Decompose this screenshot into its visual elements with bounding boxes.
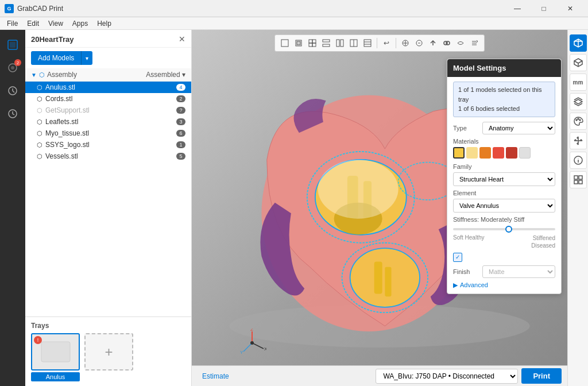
print-button[interactable]: Print [521, 368, 562, 384]
menu-view[interactable]: View [44, 18, 68, 29]
ms-advanced-row[interactable]: ▶ Advanced [453, 281, 555, 289]
window-controls: — □ ✕ [504, 0, 583, 17]
add-models-dropdown-button[interactable]: ▾ [81, 51, 92, 65]
svg-rect-20 [364, 40, 371, 47]
maximize-button[interactable]: □ [531, 0, 557, 17]
file-icon: ⬡ [37, 141, 42, 149]
rs-btn-info[interactable] [570, 152, 587, 169]
file-item[interactable]: ⬡ GetSupport.stl ? [25, 105, 191, 116]
rs-btn-3d-cube[interactable] [570, 34, 587, 52]
add-models-button[interactable]: Add Models [31, 51, 81, 65]
models-badge: 2 [14, 59, 21, 66]
ms-info-line2: 1 of 6 bodies selected [458, 104, 550, 114]
toolbar-btn-13[interactable] [468, 37, 481, 49]
assembly-header: ▼ ⬡ Assembly Assembled ▾ [25, 68, 191, 82]
rs-btn-layers[interactable] [570, 93, 587, 110]
toolbar-btn-3[interactable] [306, 37, 319, 49]
menu-file[interactable]: File [2, 18, 22, 29]
toolbar-separator-2 [396, 38, 396, 48]
rs-btn-move[interactable] [570, 132, 587, 149]
assembly-toggle-icon[interactable]: ▼ [31, 72, 37, 78]
file-name: Myo_tissue.stl [45, 129, 89, 137]
tray-item-anulus[interactable]: ! Anulus [31, 333, 80, 381]
toolbar-btn-5[interactable] [334, 37, 346, 49]
ms-material-3[interactable] [479, 147, 491, 159]
file-name-row: ⬡ Leaflets.stl [37, 118, 78, 126]
toolbar-btn-8[interactable] [399, 37, 412, 49]
file-name-row: ⬡ Vessels.stl [37, 152, 78, 160]
panel-close-button[interactable]: ✕ [179, 34, 185, 44]
ms-material-1[interactable] [453, 147, 465, 159]
minimize-button[interactable]: — [504, 0, 531, 17]
menu-edit[interactable]: Edit [22, 18, 44, 29]
rs-btn-mm[interactable]: mm [570, 74, 587, 91]
file-item[interactable]: ⬡ Cords.stl 2 [25, 93, 191, 105]
assembly-icon: ⬡ [39, 71, 45, 79]
ms-info-line1: 1 of 1 models selected on this tray [458, 85, 550, 104]
file-item[interactable]: ⬡ Vessels.stl 5 [25, 150, 191, 162]
toolbar-btn-4[interactable] [320, 37, 332, 49]
toolbar-separator-1 [377, 38, 377, 48]
toolbar-btn-9[interactable] [413, 37, 425, 49]
toolbar-btn-1[interactable] [278, 37, 291, 49]
toolbar-btn-10[interactable] [427, 37, 439, 49]
file-badge: 4 [176, 84, 185, 91]
svg-rect-7 [281, 40, 288, 47]
file-item[interactable]: ⬡ Myo_tissue.stl 6 [25, 128, 191, 139]
ms-slider-labels: Soft Healthy Stiffened Diseased [453, 234, 555, 249]
sidebar-models-icon[interactable]: 2 [2, 57, 23, 78]
toolbar-btn-12[interactable] [454, 37, 467, 49]
ms-stiffness-label: Stiffness: Moderately Stiff [453, 216, 555, 223]
ms-material-2[interactable] [466, 147, 478, 159]
file-icon: ⬡ [37, 95, 42, 103]
menu-apps[interactable]: Apps [68, 18, 92, 29]
ms-checkbox[interactable]: ✓ [453, 253, 462, 262]
toolbar-btn-11[interactable] [440, 37, 453, 49]
ms-materials-row [453, 147, 555, 159]
file-badge: 3 [176, 118, 185, 125]
svg-rect-67 [579, 180, 582, 184]
ms-type-select[interactable]: Anatomy Support Model [482, 122, 555, 134]
file-name: SSYS_logo.stl [45, 141, 90, 149]
tray-item-add[interactable]: + [84, 333, 133, 381]
ms-finish-label: Finish [453, 268, 479, 275]
ms-stiffness-slider[interactable] [453, 224, 555, 232]
ms-finish-select[interactable]: Matte Glossy [482, 265, 555, 278]
file-name: GetSupport.stl [45, 106, 90, 114]
sidebar-clock-icon[interactable] [2, 103, 23, 124]
svg-rect-11 [312, 40, 316, 43]
sidebar-history-icon[interactable] [2, 80, 23, 101]
ms-element-select[interactable]: Valve Annulus Leaflets [453, 199, 555, 213]
file-name-row: ⬡ Anulus.stl [37, 83, 75, 91]
file-badge: 6 [176, 130, 185, 137]
ms-material-6[interactable] [519, 147, 531, 159]
toolbar-btn-6[interactable] [347, 37, 360, 49]
estimate-button[interactable]: Estimate [198, 370, 234, 383]
file-name-row: ⬡ GetSupport.stl [37, 106, 90, 114]
viewport-toolbar: ↩ [274, 34, 485, 52]
rs-btn-wireframe[interactable] [570, 54, 587, 71]
ms-material-5[interactable] [506, 147, 517, 159]
model-settings-title: Model Settings [447, 59, 561, 77]
file-item[interactable]: ⬡ Anulus.stl 4 [25, 82, 191, 93]
svg-point-3 [11, 66, 14, 70]
printer-select[interactable]: WA_BIvu: J750 DAP • Disconnected [376, 369, 518, 384]
ms-material-4[interactable] [493, 147, 504, 159]
left-sidebar: 2 [0, 30, 25, 386]
svg-line-54 [578, 61, 582, 63]
close-button[interactable]: ✕ [557, 0, 583, 17]
sidebar-home-icon[interactable] [2, 34, 23, 55]
svg-rect-66 [574, 180, 578, 184]
toolbar-btn-2[interactable] [292, 37, 305, 49]
file-item[interactable]: ⬡ Leaflets.stl 3 [25, 116, 191, 128]
rs-btn-palette[interactable] [570, 113, 587, 130]
assembled-label[interactable]: Assembled ▾ [146, 71, 185, 79]
viewport[interactable]: ↩ [192, 30, 567, 386]
ms-family-select[interactable]: Structural Heart Vascular [453, 172, 555, 186]
menu-help[interactable]: Help [92, 18, 116, 29]
toolbar-btn-7[interactable] [361, 37, 374, 49]
file-item[interactable]: ⬡ SSYS_logo.stl 1 [25, 139, 191, 150]
panel-title: 20HeartTray [31, 35, 74, 44]
rs-btn-grid[interactable] [570, 171, 587, 188]
toolbar-undo-button[interactable]: ↩ [380, 37, 393, 49]
